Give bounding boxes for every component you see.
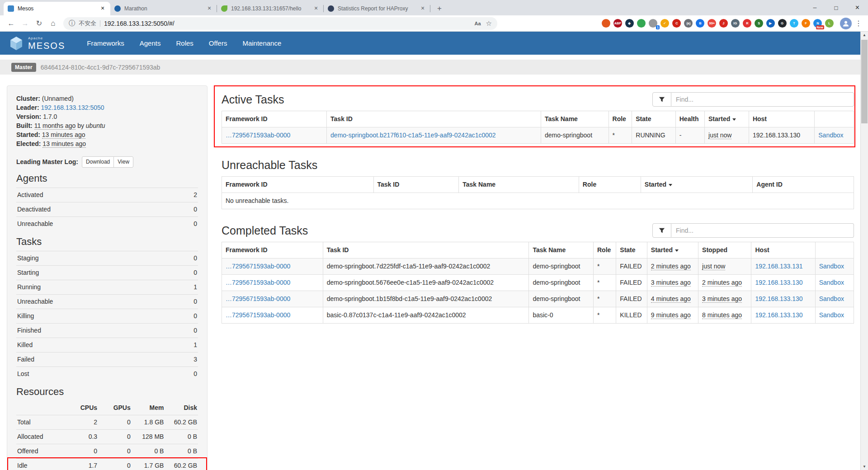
framework-link[interactable]: …7295671593ab-0000 — [226, 295, 290, 302]
tab-close-icon[interactable] — [312, 5, 320, 12]
tab-hello-service[interactable]: 192.168.133.131:31657/hello — [217, 2, 324, 15]
col-started[interactable]: Started — [641, 177, 752, 193]
nav-item[interactable]: Agents — [140, 39, 161, 47]
leader-link[interactable]: 192.168.133.132:5050 — [41, 104, 104, 111]
col-started[interactable]: Started — [705, 111, 749, 127]
col-started[interactable]: Started — [647, 242, 698, 258]
completed-find-input[interactable] — [671, 223, 854, 238]
col-role[interactable]: Role — [609, 111, 632, 127]
mesos-brand[interactable]: Apache MESOS — [28, 37, 65, 50]
extension-icon[interactable]: ◆ — [625, 19, 634, 28]
col-task-id[interactable]: Task ID — [327, 111, 541, 127]
col-task-id[interactable]: Task ID — [373, 177, 459, 193]
scrollbar-thumb[interactable] — [861, 40, 868, 123]
tab-close-icon[interactable] — [99, 5, 106, 12]
sandbox-link[interactable]: Sandbox — [818, 132, 843, 139]
extension-icon[interactable]: ▶ — [766, 19, 775, 28]
col-stopped[interactable]: Stopped — [698, 242, 751, 258]
tab-marathon[interactable]: Marathon — [110, 2, 217, 15]
host-link[interactable]: 192.168.133.130 — [755, 295, 802, 302]
extension-icon[interactable] — [637, 19, 646, 28]
framework-link[interactable]: …7295671593ab-0000 — [226, 279, 290, 286]
forward-button[interactable] — [19, 17, 32, 30]
cell-role: * — [594, 291, 616, 307]
col-task-name[interactable]: Task Name — [529, 242, 594, 258]
extension-icon[interactable]: B — [696, 19, 704, 28]
reload-button[interactable] — [33, 17, 46, 30]
profile-avatar[interactable] — [840, 18, 852, 29]
sandbox-link[interactable]: Sandbox — [819, 295, 844, 302]
extension-icon[interactable]: G — [778, 19, 787, 28]
extension-icon[interactable]: 99+ — [708, 19, 716, 28]
col-framework-id[interactable]: Framework ID — [222, 242, 323, 258]
address-bar[interactable]: 不安全 192.168.133.132:5050/#/ — [63, 17, 497, 30]
col-sandbox — [815, 111, 854, 127]
extension-icon[interactable]: ABP — [613, 19, 622, 28]
extension-icon[interactable]: NNew — [813, 19, 822, 28]
sandbox-link[interactable]: Sandbox — [819, 263, 844, 270]
task-link[interactable]: demo-springboot.b217f610-c1a5-11e9-aaf9-… — [330, 132, 496, 139]
url-text[interactable]: 192.168.133.132:5050/#/ — [104, 20, 471, 27]
extension-icon[interactable]: IG — [731, 19, 740, 28]
extension-icon[interactable]: S — [755, 19, 763, 28]
host-link[interactable]: 192.168.133.130 — [755, 311, 802, 319]
extension-icon[interactable]: C — [672, 19, 681, 28]
maximize-button[interactable] — [826, 0, 847, 15]
tab-close-icon[interactable] — [206, 5, 213, 12]
new-tab-button[interactable] — [433, 2, 446, 15]
extension-icon[interactable]: F — [802, 19, 810, 28]
active-find-input[interactable] — [671, 92, 854, 107]
extension-icon[interactable]: L — [825, 19, 834, 28]
window-close-button[interactable] — [847, 0, 868, 15]
scrollbar[interactable] — [860, 32, 868, 470]
extension-icon[interactable]: R — [743, 19, 751, 28]
extension-icon[interactable] — [602, 19, 610, 28]
extension-icon[interactable]: T — [790, 19, 798, 28]
nav-item[interactable]: Roles — [176, 39, 193, 47]
col-host[interactable]: Host — [751, 242, 815, 258]
col-health[interactable]: Health — [675, 111, 704, 127]
nav-item[interactable]: Frameworks — [87, 39, 124, 47]
col-host[interactable]: Host — [749, 111, 814, 127]
scroll-down-icon[interactable] — [861, 465, 868, 469]
col-task-name[interactable]: Task Name — [541, 111, 609, 127]
col-role[interactable]: Role — [594, 242, 616, 258]
back-button[interactable] — [5, 17, 18, 30]
filter-button[interactable] — [652, 223, 671, 238]
extension-icon[interactable]: J — [719, 19, 728, 28]
scroll-up-icon[interactable] — [861, 33, 868, 37]
tab-mesos[interactable]: Mesos — [4, 2, 110, 15]
extension-icon[interactable]: (a) — [684, 19, 693, 28]
host-link[interactable]: 192.168.133.131 — [755, 263, 802, 270]
translate-icon[interactable] — [474, 20, 481, 27]
framework-link[interactable]: …7295671593ab-0000 — [226, 132, 290, 139]
extension-icon[interactable]: ✓ — [660, 19, 669, 28]
col-task-id[interactable]: Task ID — [323, 242, 529, 258]
col-role[interactable]: Role — [579, 177, 641, 193]
sandbox-link[interactable]: Sandbox — [819, 279, 844, 286]
col-state[interactable]: State — [616, 242, 647, 258]
mesos-logo-icon[interactable] — [8, 35, 24, 52]
col-framework-id[interactable]: Framework ID — [222, 177, 374, 193]
nav-item[interactable]: Offers — [209, 39, 227, 47]
home-button[interactable] — [47, 17, 60, 30]
download-log-button[interactable]: Download — [82, 156, 114, 168]
browser-menu-icon[interactable] — [854, 19, 863, 28]
col-framework-id[interactable]: Framework ID — [222, 111, 327, 127]
bookmark-star-icon[interactable] — [486, 19, 492, 28]
framework-link[interactable]: …7295671593ab-0000 — [226, 311, 290, 319]
minimize-button[interactable] — [804, 0, 826, 15]
tab-close-icon[interactable] — [419, 5, 426, 12]
extension-icon[interactable]: 1 — [649, 19, 657, 28]
sandbox-link[interactable]: Sandbox — [819, 311, 844, 319]
col-task-name[interactable]: Task Name — [459, 177, 579, 193]
host-link[interactable]: 192.168.133.130 — [755, 279, 802, 286]
col-state[interactable]: State — [632, 111, 675, 127]
filter-button[interactable] — [652, 92, 671, 107]
tab-haproxy-stats[interactable]: Statistics Report for HAProxy — [324, 2, 430, 15]
page-info-icon[interactable] — [69, 19, 75, 28]
nav-item[interactable]: Maintenance — [242, 39, 281, 47]
view-log-button[interactable]: View — [113, 156, 133, 168]
framework-link[interactable]: …7295671593ab-0000 — [226, 263, 290, 270]
col-agent-id[interactable]: Agent ID — [753, 177, 854, 193]
